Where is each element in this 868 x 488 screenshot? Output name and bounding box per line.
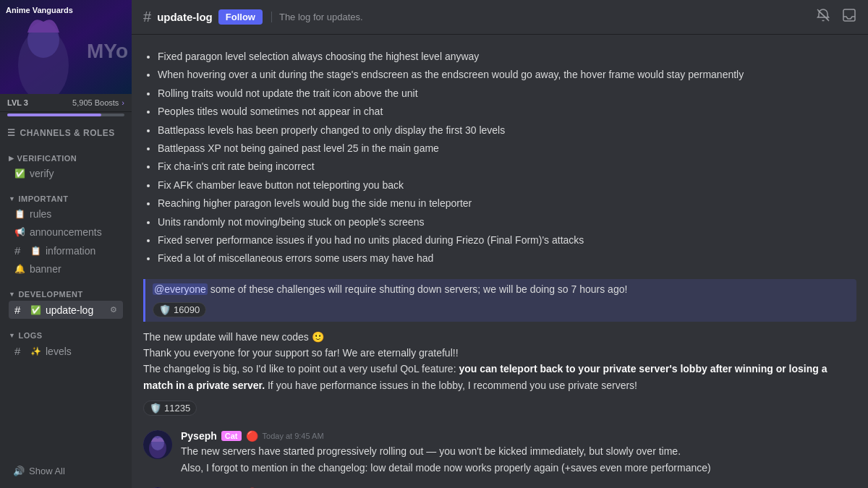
chevron-icon-logs: ▼	[9, 332, 15, 339]
main-content: # update-log Follow The log for updates.	[132, 0, 868, 488]
chevron-icon-important: ▼	[9, 195, 15, 202]
reaction-shield-1[interactable]: 🛡️ 16090	[153, 302, 206, 317]
svg-text:MYo: MYo	[87, 40, 128, 62]
hash-icon-levels: #	[14, 345, 26, 357]
channel-levels[interactable]: # ✨ levels	[9, 342, 123, 360]
category-important: ▼ IMPORTANT 📋 rules 📢 announcements # 📋 …	[0, 184, 132, 280]
avatar-img-1	[143, 430, 172, 459]
channels-roles-label: Channels & Roles	[20, 128, 115, 138]
channels-roles-header[interactable]: ☰ Channels & Roles	[0, 119, 132, 141]
channel-verify-label: verify	[30, 168, 117, 179]
speaker-icon: 🔊	[13, 466, 25, 476]
category-verification: ▶ VERIFICATION ✅ verify	[0, 144, 132, 184]
show-all-button[interactable]: 🔊 Show All	[7, 460, 124, 482]
avatar-pyseph-1	[143, 430, 172, 459]
timestamp-1: Today at 9:45 AM	[263, 432, 324, 440]
server-boost-bar[interactable]: LVL 3 5,905 Boosts ›	[0, 94, 132, 112]
channel-announcements[interactable]: 📢 announcements	[9, 223, 123, 241]
verified-badge-1: 🔴	[246, 430, 258, 442]
update-log-badge: ⚙	[110, 305, 117, 314]
mention-content: some of these challenges will require sh…	[210, 283, 628, 295]
channel-verify[interactable]: ✅ verify	[9, 165, 123, 182]
list-item: Fixed server performance issues if you h…	[158, 232, 856, 248]
channel-description: The log for updates.	[271, 12, 810, 22]
list-item: Reaching higher paragon levels would bug…	[158, 195, 856, 211]
list-item: Fix cha-in's crit rate being incorrect	[158, 158, 856, 174]
svg-text:Anime Vanguards: Anime Vanguards	[6, 6, 73, 14]
update-list-block: Fixed paragon level selection always cho…	[143, 48, 856, 275]
chevron-icon: ▶	[9, 155, 14, 162]
header-icons	[816, 8, 856, 26]
everyone-mention: @everyone	[153, 283, 208, 295]
info-emoji: 📋	[30, 246, 41, 256]
inbox-icon[interactable]	[842, 8, 856, 26]
verify-emoji: ✅	[14, 168, 25, 179]
list-item: Battlepass levels has been properly chan…	[158, 122, 856, 138]
reaction-count-2: 11235	[164, 403, 190, 414]
chat-message-1: Pyseph Cat 🔴 Today at 9:45 AM The new se…	[143, 430, 856, 476]
svg-point-9	[151, 436, 164, 450]
hash-icon-info: #	[14, 244, 26, 257]
list-item: When hovering over a unit during the sta…	[158, 67, 856, 82]
chevron-icon-dev: ▼	[9, 291, 15, 298]
message-header-1: Pyseph Cat 🔴 Today at 9:45 AM	[181, 430, 856, 442]
channel-header: # update-log Follow The log for updates.	[132, 0, 868, 35]
banner-avatar: Anime Vanguards MYo	[0, 0, 132, 94]
category-header-verification[interactable]: ▶ VERIFICATION	[6, 153, 126, 164]
list-item: Units randomly not moving/being stuck on…	[158, 214, 856, 230]
sidebar: Anime Vanguards MYo LVL 3 5,905 Boosts ›…	[0, 0, 132, 488]
server-level: LVL 3	[7, 98, 28, 107]
sidebar-channels: ▶ VERIFICATION ✅ verify ▼ IMPORTANT 📋 ru…	[0, 141, 132, 454]
reaction-shield-2[interactable]: 🛡️ 11235	[143, 401, 197, 416]
announcements-emoji: 📢	[14, 227, 25, 237]
follow-button[interactable]: Follow	[218, 9, 263, 25]
show-all-label: Show All	[29, 466, 65, 476]
boost-bar-fill	[7, 114, 101, 116]
message-author-1: Pyseph	[181, 430, 217, 442]
category-header-development[interactable]: ▼ DEVELOPMENT	[6, 288, 126, 300]
list-item: Fixed a lot of miscellaneous errors some…	[158, 250, 856, 266]
category-development: ▼ DEVELOPMENT # ✅ update-log ⚙	[0, 280, 132, 321]
channel-banner[interactable]: 🔔 banner	[9, 260, 123, 278]
reaction-emoji-2: 🛡️	[150, 403, 161, 414]
hash-icon-update: #	[14, 304, 26, 316]
messages-area: Fixed paragon level selection always cho…	[132, 35, 868, 488]
bell-slash-icon[interactable]	[816, 8, 830, 26]
levels-emoji: ✨	[30, 346, 41, 356]
reaction-emoji-1: 🛡️	[159, 304, 171, 315]
continuation-line-2: Thank you everyone for your support so f…	[143, 345, 856, 361]
channel-rules[interactable]: 📋 rules	[9, 205, 123, 223]
mention-block: @everyone some of these challenges will …	[143, 279, 856, 322]
continuation-block: The new update will have new codes 🙂 Tha…	[143, 326, 856, 419]
message-line-1-2: Also, I forgot to mention in the changel…	[181, 460, 856, 476]
cat-badge-1: Cat	[221, 431, 242, 441]
list-item: Rolling traits would not update the trai…	[158, 85, 856, 101]
channel-header-name: update-log	[157, 11, 213, 23]
category-header-logs[interactable]: ▼ LOGS	[6, 330, 126, 341]
rules-emoji: 📋	[14, 209, 25, 219]
mention-text: @everyone some of these challenges will …	[153, 283, 849, 295]
banner-art: Anime Vanguards MYo	[0, 0, 132, 94]
channel-update-log[interactable]: # ✅ update-log ⚙	[9, 301, 123, 319]
channels-roles-icon: ☰	[7, 128, 16, 138]
server-banner[interactable]: Anime Vanguards MYo	[0, 0, 132, 94]
update-emoji: ✅	[30, 305, 41, 315]
banner-emoji: 🔔	[14, 264, 25, 274]
channel-information[interactable]: # 📋 information	[9, 241, 123, 260]
message-line-1-1: The new servers have started progressive…	[181, 443, 856, 459]
reaction-count-1: 16090	[174, 304, 200, 315]
list-item: Peoples titles would sometimes not appea…	[158, 103, 856, 119]
update-list: Fixed paragon level selection always cho…	[143, 48, 856, 275]
boost-count: 5,905 Boosts ›	[72, 98, 124, 107]
message-content-1: Pyseph Cat 🔴 Today at 9:45 AM The new se…	[181, 430, 856, 476]
category-logs: ▼ LOGS # ✨ levels	[0, 321, 132, 362]
list-item: Battlepass XP not being gained past leve…	[158, 140, 856, 156]
list-item: Fix AFK chamber leave button not telepor…	[158, 177, 856, 193]
list-item: Fixed paragon level selection always cho…	[158, 48, 856, 64]
channel-header-hash: #	[143, 9, 151, 25]
category-header-important[interactable]: ▼ IMPORTANT	[6, 193, 126, 205]
continuation-line-3: The changelog is big, so I'd like to poi…	[143, 361, 856, 393]
boost-progress-bar	[7, 114, 124, 116]
continuation-line-1: The new update will have new codes 🙂	[143, 329, 856, 345]
